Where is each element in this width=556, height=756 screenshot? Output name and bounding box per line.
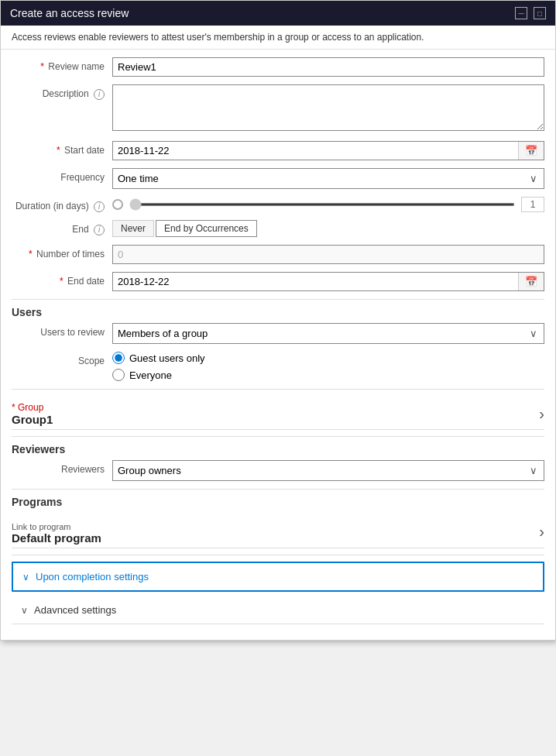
group-value: Group1: [12, 413, 53, 426]
start-date-calendar-icon[interactable]: 📅: [518, 142, 544, 160]
end-date-input[interactable]: [113, 273, 518, 290]
start-date-wrap: 📅: [112, 141, 544, 160]
duration-row: Duration (in days) i 1: [12, 197, 544, 212]
title-bar-controls: ─ □: [515, 7, 546, 19]
users-to-review-wrap: Members of a group Assigned to an applic…: [112, 323, 544, 344]
description-input[interactable]: [112, 84, 544, 131]
minimize-button[interactable]: ─: [515, 7, 527, 19]
number-of-times-wrap: [112, 245, 544, 264]
group-info: * Group Group1: [12, 402, 53, 426]
divider-1: [12, 299, 544, 300]
program-row[interactable]: Link to program Default program ›: [12, 513, 544, 548]
duration-info-icon: i: [94, 201, 105, 212]
restore-button[interactable]: □: [534, 7, 546, 19]
required-star-2: *: [57, 145, 60, 156]
users-to-review-chevron-icon: ∨: [523, 325, 544, 342]
group-row[interactable]: * Group Group1 ›: [12, 396, 544, 430]
end-row: End i Never End by Occurrences: [12, 220, 544, 237]
scope-row: Scope Guest users only Everyone: [12, 352, 544, 381]
description-label: Description i: [12, 84, 112, 100]
form-content: * Review name Description i * Start date: [1, 50, 555, 640]
link-to-program-label: Link to program: [12, 522, 101, 531]
start-date-field[interactable]: 📅: [112, 141, 544, 160]
frequency-row: Frequency One time Weekly Monthly Quarte…: [12, 168, 544, 189]
upon-completion-title: Upon completion settings: [36, 571, 149, 582]
duration-label: Duration (in days) i: [12, 197, 112, 212]
advanced-chevron-icon: ∨: [21, 605, 28, 616]
number-of-times-row: * Number of times: [12, 245, 544, 264]
info-banner-text: Access reviews enable reviewers to attes…: [12, 32, 424, 43]
start-date-row: * Start date 📅: [12, 141, 544, 160]
scope-everyone-radio[interactable]: [112, 369, 125, 381]
scope-everyone-option[interactable]: Everyone: [112, 369, 544, 381]
review-name-input[interactable]: [112, 57, 544, 77]
duration-slider[interactable]: [129, 203, 515, 206]
required-star-3: *: [29, 249, 33, 259]
end-date-calendar-icon[interactable]: 📅: [518, 273, 544, 290]
review-name-label: * Review name: [12, 57, 112, 72]
scope-guest-option[interactable]: Guest users only: [112, 352, 544, 364]
start-date-input[interactable]: [113, 142, 518, 160]
group-required-label: * Group: [12, 402, 53, 413]
divider-5: [12, 555, 544, 555]
end-by-occurrences-button[interactable]: End by Occurrences: [156, 220, 257, 237]
end-date-label: * End date: [12, 272, 112, 287]
scope-guest-label: Guest users only: [129, 352, 205, 364]
end-date-row: * End date 📅: [12, 272, 544, 291]
scope-everyone-label: Everyone: [129, 369, 172, 381]
end-never-button[interactable]: Never: [112, 220, 154, 237]
required-star-4: *: [60, 276, 63, 287]
users-to-review-row: Users to review Members of a group Assig…: [12, 323, 544, 344]
start-date-label: * Start date: [12, 141, 112, 156]
scope-guest-radio[interactable]: [112, 352, 125, 364]
window-title: Create an access review: [10, 7, 129, 19]
frequency-select[interactable]: One time Weekly Monthly Quarterly Semi-a…: [113, 169, 523, 188]
title-bar: Create an access review ─ □: [1, 1, 555, 26]
scope-label: Scope: [12, 352, 112, 366]
number-of-times-input[interactable]: [112, 245, 544, 264]
scope-options: Guest users only Everyone: [112, 352, 544, 381]
end-date-wrap: 📅: [112, 272, 544, 291]
divider-3: [12, 436, 544, 437]
upon-completion-accordion[interactable]: ∨ Upon completion settings: [12, 562, 544, 592]
reviewers-select-wrap[interactable]: Group owners Selected users Members (sel…: [112, 460, 544, 481]
users-to-review-select[interactable]: Members of a group Assigned to an applic…: [113, 324, 523, 343]
reviewers-section-title: Reviewers: [12, 443, 544, 455]
reviewers-select[interactable]: Group owners Selected users Members (sel…: [113, 461, 523, 480]
end-label: End i: [12, 220, 112, 235]
divider-2: [12, 389, 544, 390]
end-options: Never End by Occurrences: [112, 220, 544, 237]
reviewers-label: Reviewers: [12, 460, 112, 475]
advanced-settings-title: Adavnced settings: [34, 604, 116, 616]
upon-completion-header[interactable]: ∨ Upon completion settings: [13, 563, 543, 590]
users-to-review-label: Users to review: [12, 323, 112, 338]
scope-wrap: Guest users only Everyone: [112, 352, 544, 381]
frequency-select-wrap[interactable]: One time Weekly Monthly Quarterly Semi-a…: [112, 168, 544, 189]
default-program-value: Default program: [12, 531, 101, 545]
advanced-settings-header[interactable]: ∨ Adavnced settings: [12, 596, 544, 624]
reviewers-wrap: Group owners Selected users Members (sel…: [112, 460, 544, 481]
description-info-icon: i: [94, 89, 105, 100]
frequency-chevron-icon: ∨: [523, 170, 544, 187]
reviewers-chevron-icon: ∨: [523, 462, 544, 479]
reviewers-row: Reviewers Group owners Selected users Me…: [12, 460, 544, 481]
users-to-review-select-wrap[interactable]: Members of a group Assigned to an applic…: [112, 323, 544, 344]
program-chevron-right-icon: ›: [539, 523, 544, 541]
description-row: Description i: [12, 84, 544, 133]
required-star: *: [40, 61, 44, 72]
duration-slider-row: 1: [112, 197, 544, 212]
review-name-wrap: [112, 57, 544, 77]
program-info: Link to program Default program: [12, 519, 101, 545]
number-of-times-label: * Number of times: [12, 245, 112, 259]
review-name-row: * Review name: [12, 57, 544, 77]
upon-completion-chevron-icon: ∨: [22, 572, 29, 582]
group-chevron-right-icon: ›: [539, 405, 544, 423]
end-options-wrap: Never End by Occurrences: [112, 220, 544, 237]
end-date-field[interactable]: 📅: [112, 272, 544, 291]
frequency-label: Frequency: [12, 168, 112, 183]
info-banner: Access reviews enable reviewers to attes…: [1, 26, 555, 50]
end-info-icon: i: [94, 225, 105, 235]
advanced-settings-accordion[interactable]: ∨ Adavnced settings: [12, 596, 544, 624]
frequency-wrap: One time Weekly Monthly Quarterly Semi-a…: [112, 168, 544, 189]
divider-4: [12, 489, 544, 490]
